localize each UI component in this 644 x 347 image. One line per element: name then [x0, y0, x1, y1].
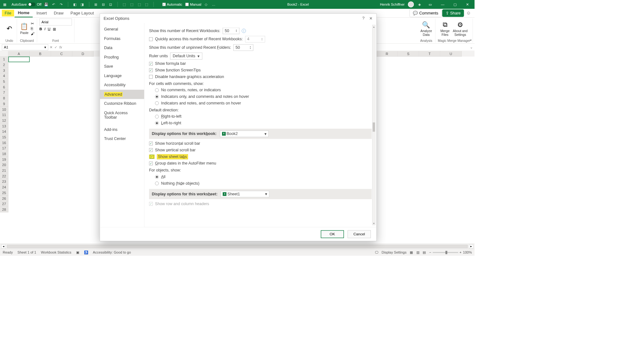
normal-view-icon[interactable]: ▦: [410, 250, 413, 255]
col-header[interactable]: A: [8, 51, 30, 57]
col-header[interactable]: R: [376, 51, 398, 57]
row-header[interactable]: 8: [0, 96, 8, 101]
show-formula-bar-checkbox[interactable]: [149, 62, 153, 66]
close-dialog-icon[interactable]: ✕: [369, 16, 373, 21]
horizontal-scrollbar[interactable]: ◄ ►: [0, 244, 475, 249]
accessibility-icon[interactable]: ♿: [84, 250, 88, 255]
nav-addins[interactable]: Add-ins: [100, 125, 144, 134]
zoom-out-icon[interactable]: −: [429, 250, 431, 255]
ok-button[interactable]: OK: [321, 230, 344, 238]
v-scroll-checkbox[interactable]: [149, 148, 153, 152]
row-header[interactable]: 26: [0, 196, 8, 201]
recent-workbooks-spinner[interactable]: 50 ▲▼: [223, 28, 239, 34]
unpinned-folders-spinner[interactable]: 50 ▲▼: [233, 44, 253, 51]
automatic-checkbox[interactable]: ✓ Automatic: [162, 3, 182, 7]
nav-formulas[interactable]: Formulas: [100, 34, 144, 43]
redo-icon[interactable]: ↷: [58, 2, 64, 7]
qat-icon-7[interactable]: ⬚: [129, 2, 134, 7]
row-header[interactable]: 15: [0, 134, 8, 140]
comments-button[interactable]: 💬 Comments: [409, 9, 442, 17]
col-header[interactable]: T: [419, 51, 440, 57]
row-header[interactable]: 10: [0, 107, 8, 112]
scroll-down-icon[interactable]: ▼: [372, 222, 375, 225]
group-dates-checkbox[interactable]: [149, 162, 153, 165]
qat-icon-6[interactable]: ⬚: [122, 2, 127, 7]
row-header[interactable]: 23: [0, 179, 8, 185]
qat-overflow-icon[interactable]: …: [211, 2, 216, 7]
undo-icon[interactable]: ↶: [51, 2, 56, 7]
row-header[interactable]: 13: [0, 123, 8, 129]
tab-file[interactable]: File: [2, 10, 14, 16]
status-stats[interactable]: Workbook Statistics: [41, 250, 71, 255]
row-header[interactable]: 7: [0, 90, 8, 96]
row-header[interactable]: 24: [0, 185, 8, 190]
qat-icon-8[interactable]: ⬚: [137, 2, 142, 7]
about-settings-button[interactable]: ⚙ About and Settings: [452, 20, 469, 38]
row-header[interactable]: 22: [0, 173, 8, 179]
share-button[interactable]: ⇪ Share: [442, 9, 464, 17]
ribbon-mode-icon[interactable]: ▭: [425, 1, 435, 8]
qat-icon-2[interactable]: ◨: [80, 2, 85, 7]
paste-button[interactable]: 📋 Paste: [19, 21, 29, 36]
copy-icon[interactable]: ⎘: [31, 27, 35, 31]
row-header[interactable]: 2: [0, 62, 8, 68]
row-header[interactable]: 5: [0, 79, 8, 85]
row-header[interactable]: 4: [0, 73, 8, 79]
qat-icon-3[interactable]: ⊞: [93, 2, 98, 7]
comments-hover-radio[interactable]: [155, 95, 159, 98]
objects-nothing-radio[interactable]: [155, 182, 159, 185]
cancel-button[interactable]: Cancel: [348, 230, 371, 238]
disable-hw-checkbox[interactable]: [149, 75, 153, 79]
expand-formula-icon[interactable]: ⌄: [470, 45, 473, 49]
autosave-toggle[interactable]: AutoSave Off: [12, 3, 42, 7]
row-header[interactable]: 12: [0, 118, 8, 123]
rtl-radio[interactable]: [155, 115, 159, 119]
manual-checkbox[interactable]: Manual: [186, 3, 201, 7]
maximize-icon[interactable]: ▢: [451, 1, 460, 8]
ltr-radio[interactable]: [155, 121, 159, 125]
cut-icon[interactable]: ✂: [31, 21, 35, 26]
nav-accessibility[interactable]: Accessibility: [100, 81, 144, 90]
quick-access-checkbox[interactable]: [149, 37, 153, 41]
col-header[interactable]: U: [440, 51, 462, 57]
help-icon[interactable]: ?: [362, 16, 364, 21]
zoom-in-icon[interactable]: +: [459, 250, 461, 255]
row-header[interactable]: 27: [0, 201, 8, 207]
tab-page-layout[interactable]: Page Layout: [67, 9, 97, 17]
col-header[interactable]: D: [72, 51, 94, 57]
worksheet-combo[interactable]: XSheet1 ▾: [221, 191, 269, 198]
nav-language[interactable]: Language: [100, 71, 144, 80]
bold-button[interactable]: B: [39, 27, 42, 31]
minimize-icon[interactable]: —: [438, 1, 447, 8]
scroll-left-icon[interactable]: ◄: [1, 244, 5, 248]
row-header[interactable]: 25: [0, 190, 8, 196]
display-settings-label[interactable]: Display Settings: [381, 250, 406, 255]
collapse-ribbon-icon[interactable]: ⌄: [469, 37, 472, 42]
nav-qat[interactable]: Quick Access Toolbar: [100, 108, 144, 122]
accept-formula-icon[interactable]: ✓: [54, 45, 58, 49]
tab-draw[interactable]: Draw: [51, 9, 67, 17]
scroll-right-icon[interactable]: ►: [469, 244, 473, 248]
zoom-slider[interactable]: [433, 252, 458, 253]
user-avatar-icon[interactable]: [408, 1, 414, 7]
nav-proofing[interactable]: Proofing: [100, 53, 144, 62]
qat-icon-1[interactable]: ◧: [72, 2, 77, 7]
h-scroll-checkbox[interactable]: [149, 142, 153, 145]
ruler-units-combo[interactable]: Default Units ▾: [170, 53, 202, 59]
fx-icon[interactable]: fx: [59, 45, 62, 49]
comments-always-radio[interactable]: [155, 101, 159, 105]
row-header[interactable]: 1: [0, 57, 8, 62]
info-icon[interactable]: i: [242, 29, 246, 33]
scroll-thumb[interactable]: [373, 122, 375, 132]
row-header[interactable]: 11: [0, 112, 8, 118]
tab-home[interactable]: Home: [14, 9, 32, 17]
col-header[interactable]: B: [30, 51, 51, 57]
nav-data[interactable]: Data: [100, 43, 144, 53]
show-screentips-checkbox[interactable]: [149, 68, 153, 72]
nav-advanced[interactable]: Advanced: [100, 90, 144, 99]
objects-all-radio[interactable]: [155, 175, 159, 179]
italic-button[interactable]: I: [44, 27, 45, 31]
row-header[interactable]: 21: [0, 168, 8, 174]
tab-insert[interactable]: Insert: [33, 9, 50, 17]
col-header[interactable]: S: [398, 51, 419, 57]
